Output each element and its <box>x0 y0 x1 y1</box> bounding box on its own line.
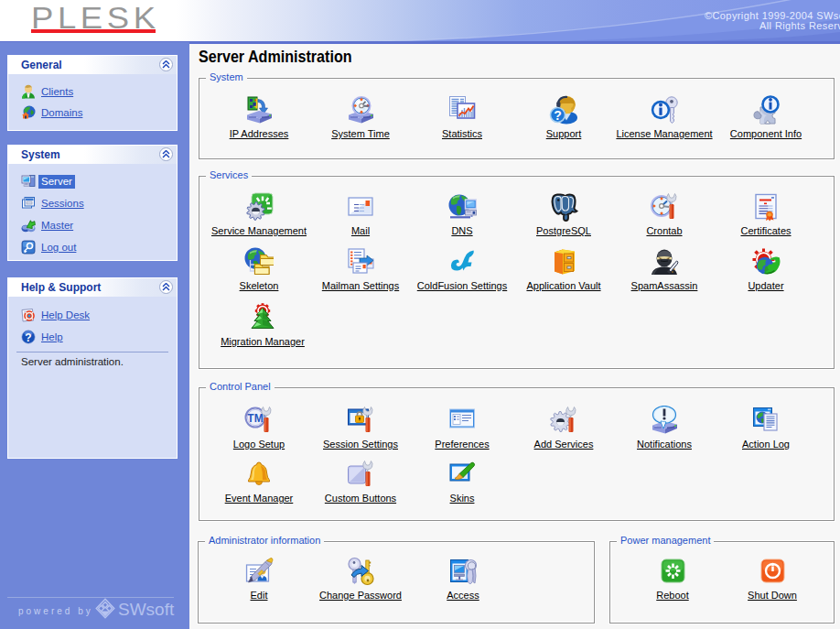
svg-text:?: ? <box>554 108 562 123</box>
svg-text:?: ? <box>25 331 31 344</box>
svg-text:SWsoft: SWsoft <box>118 600 175 619</box>
svg-text:TM: TM <box>247 412 263 425</box>
